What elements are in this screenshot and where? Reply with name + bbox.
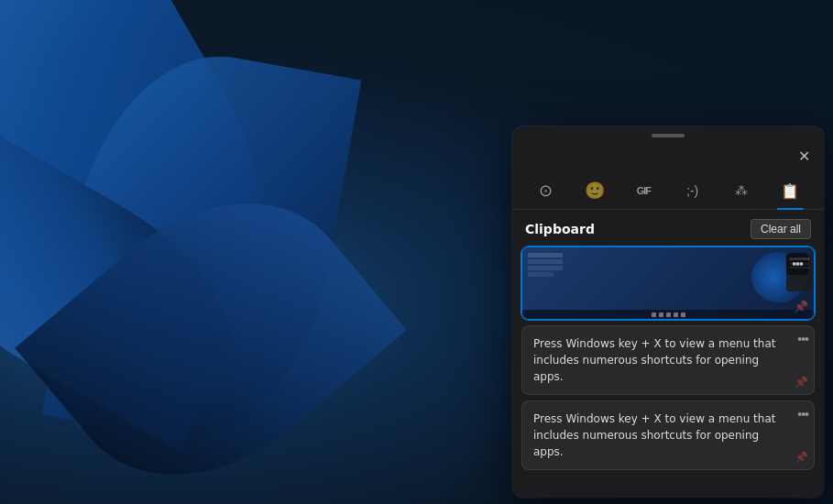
special-chars-icon: ⁂ (735, 183, 748, 198)
clipboard-icon: 📋 (781, 182, 799, 200)
clipboard-header: Clipboard Clear all (521, 210, 815, 247)
tab-clipboard[interactable]: 📋 (768, 172, 813, 209)
clipboard-text-2-more-button[interactable]: ••• (797, 407, 808, 422)
symbols-icon: ;-) (686, 183, 698, 198)
clipboard-text-2: Press Windows key + X to view a menu tha… (533, 411, 781, 460)
clipboard-text-1: Press Windows key + X to view a menu tha… (533, 335, 781, 385)
clipboard-item-image[interactable]: ••• 📌 (521, 247, 815, 320)
tabs-row: ⊙ 🙂 GIF ;-) ⁂ 📋 (512, 172, 824, 210)
panel-content[interactable]: Clipboard Clear all (512, 210, 824, 498)
clipboard-title: Clipboard (525, 222, 595, 236)
emoji-icon: 🙂 (585, 181, 605, 201)
close-button[interactable]: ✕ (791, 143, 817, 169)
mini-desktop-screenshot (522, 247, 814, 319)
clipboard-text-1-more-button[interactable]: ••• (797, 332, 808, 346)
clipboard-text-2-pin-button[interactable]: 📌 (795, 451, 808, 464)
gif-icon: GIF (637, 185, 651, 196)
clipboard-item-text-1[interactable]: Press Windows key + X to view a menu tha… (521, 325, 815, 395)
drag-bar (652, 134, 685, 137)
tab-emoji[interactable]: 🙂 (572, 172, 617, 209)
tab-symbols[interactable]: ;-) (670, 172, 715, 209)
clipboard-item-pin-button[interactable]: 📌 (794, 300, 808, 313)
mini-taskbar (522, 310, 814, 319)
emoji-clipboard-panel: ✕ ⊙ 🙂 GIF ;-) ⁂ 📋 Clipboard Clear all (512, 126, 824, 498)
clipboard-text-1-pin-button[interactable]: 📌 (795, 376, 808, 389)
tab-gif[interactable]: GIF (621, 172, 666, 209)
panel-header-row: ✕ (512, 141, 824, 172)
kaomoji-icon: ⊙ (539, 181, 553, 201)
tab-special[interactable]: ⁂ (718, 172, 763, 209)
clipboard-text-content-1: Press Windows key + X to view a menu tha… (522, 326, 814, 394)
tab-kaomoji[interactable]: ⊙ (523, 172, 568, 209)
clipboard-image-preview (522, 247, 814, 319)
clipboard-item-text-2[interactable]: Press Windows key + X to view a menu tha… (521, 400, 815, 470)
clear-all-button[interactable]: Clear all (751, 219, 811, 239)
clipboard-item-more-button[interactable]: ••• (786, 253, 808, 275)
clipboard-text-content-2: Press Windows key + X to view a menu tha… (522, 401, 814, 469)
panel-drag-handle[interactable] (512, 126, 824, 141)
